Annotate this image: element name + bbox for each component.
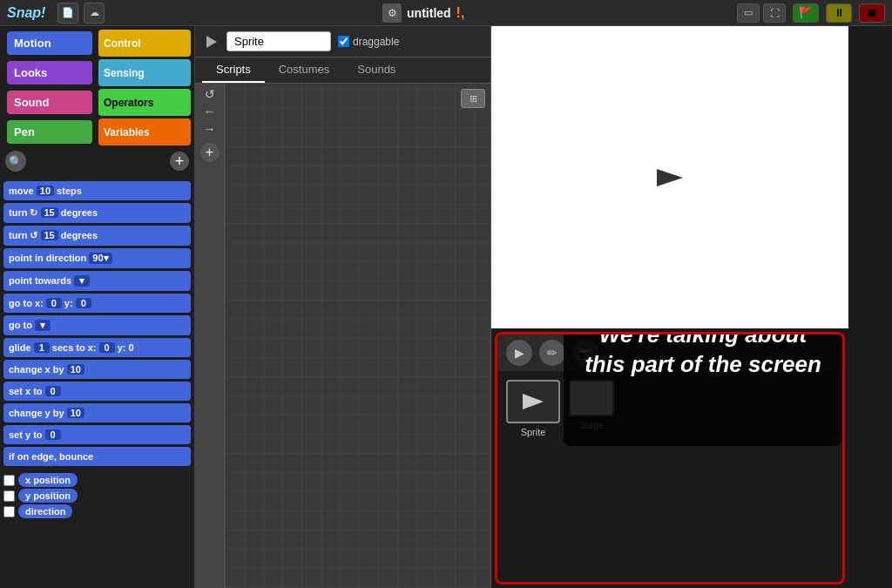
reporter-direction: direction (3, 504, 191, 518)
script-canvas[interactable]: ⊞ (225, 84, 490, 588)
view-controls: ▭ ⛶ (737, 3, 786, 23)
reporter-dir-checkbox[interactable] (3, 506, 15, 517)
category-grid: Motion Control Looks Sensing Sound Opera… (0, 26, 194, 149)
svg-marker-2 (523, 394, 544, 409)
block-set-x[interactable]: set x to 0 (3, 382, 191, 401)
reporter-y-position: y position (3, 489, 191, 503)
script-content-area: ↺ ← → + ⊞ (195, 84, 490, 588)
category-control[interactable]: Control (98, 30, 191, 57)
snap-logo-text: Snap! (7, 5, 45, 21)
annotation-overlay: We're talking about this part of the scr… (564, 335, 842, 446)
add-script-button[interactable]: + (200, 143, 220, 162)
stage-canvas[interactable] (491, 26, 848, 328)
block-go-to-xy[interactable]: go to x: 0 y: 0 (3, 294, 191, 313)
project-title: untitled (407, 6, 451, 20)
tab-sounds[interactable]: Sounds (343, 57, 409, 83)
block-move[interactable]: move 10 steps (3, 181, 191, 200)
refresh-icon[interactable]: ↺ (205, 87, 215, 101)
sprite-arrow-icon (204, 34, 220, 50)
category-operators[interactable]: Operators (98, 89, 191, 116)
sprite-name-input[interactable] (226, 31, 331, 51)
cloud-icon[interactable]: ☁ (84, 3, 105, 24)
sprite-name-label: Sprite (521, 427, 546, 437)
stage-sprite-arrow (652, 165, 687, 191)
sprite-tab-arrow[interactable]: ▶ (506, 340, 532, 366)
block-point-towards[interactable]: point towards ▾ (3, 271, 191, 291)
grid-icon[interactable]: ⊞ (461, 89, 485, 108)
category-motion[interactable]: Motion (7, 31, 92, 55)
block-go-to[interactable]: go to ▾ (3, 315, 191, 335)
category-sensing[interactable]: Sensing (98, 59, 191, 86)
sprite-thumb-arrow (521, 392, 545, 411)
file-icon[interactable]: 📄 (57, 3, 78, 24)
tab-scripts[interactable]: Scripts (202, 57, 265, 83)
draggable-checkbox[interactable] (338, 36, 349, 47)
category-looks[interactable]: Looks (7, 61, 92, 84)
add-block-button[interactable]: + (170, 152, 189, 171)
block-glide[interactable]: glide 1 secs to x: 0 y: 0 (3, 338, 191, 357)
script-toolbar: ⊞ (461, 89, 485, 108)
svg-marker-0 (206, 36, 217, 48)
reporter-x-position: x position (3, 473, 191, 487)
script-left-toolbar: ↺ ← → + (195, 84, 225, 588)
sprite-header: draggable (195, 26, 490, 57)
topbar-file-icons: 📄 ☁ (52, 3, 110, 24)
reporters-section: x position y position direction (3, 473, 191, 518)
search-icon[interactable]: 🔍 (5, 151, 26, 172)
arrow-left-icon[interactable]: ← (204, 105, 216, 118)
tab-costumes[interactable]: Costumes (265, 57, 344, 83)
topbar-center: ⚙ untitled !, (110, 3, 737, 23)
window-view-button[interactable]: ▭ (737, 3, 760, 23)
block-if-edge-bounce[interactable]: if on edge, bounce (3, 447, 191, 466)
green-flag-button[interactable]: 🚩 (793, 3, 819, 23)
notification-icon[interactable]: !, (456, 5, 465, 21)
script-editor: draggable Scripts Costumes Sounds ↺ ← → … (195, 26, 491, 588)
category-pen[interactable]: Pen (7, 120, 92, 144)
stop-button[interactable]: ⏹ (859, 3, 885, 23)
block-turn-cw[interactable]: turn ↻ 15 degrees (3, 203, 191, 223)
settings-icon[interactable]: ⚙ (382, 3, 402, 23)
sprites-list-area: Sprite Stage We're talking about this pa… (497, 371, 842, 446)
control-buttons: 🚩 ⏸ ⏹ (793, 3, 892, 23)
block-point-direction[interactable]: point in direction 90▾ (3, 248, 191, 268)
topbar: Snap! 📄 ☁ ⚙ untitled !, ▭ ⛶ 🚩 ⏸ ⏹ (0, 0, 892, 26)
arrow-right-icon[interactable]: → (204, 122, 216, 136)
block-change-x[interactable]: change x by 10 (3, 360, 191, 379)
block-change-y[interactable]: change y by 10 (3, 403, 191, 422)
sprite-panel: ▶ ✏ 📷 Sprite (495, 332, 845, 585)
sprite-thumbnail (506, 380, 560, 423)
logo: Snap! (0, 5, 52, 21)
reporter-y-checkbox[interactable] (3, 490, 15, 502)
blocks-search-row: 🔍 + (0, 149, 194, 173)
block-turn-ccw[interactable]: turn ↺ 15 degrees (3, 226, 191, 246)
reporter-y-label[interactable]: y position (18, 489, 78, 503)
left-sidebar: Motion Control Looks Sensing Sound Opera… (0, 26, 195, 588)
draggable-label: draggable (338, 36, 399, 48)
category-sound[interactable]: Sound (7, 91, 92, 114)
script-tabs: Scripts Costumes Sounds (195, 57, 490, 84)
annotation-text: We're talking about this part of the scr… (581, 335, 825, 380)
sprite-panel-inner: ▶ ✏ 📷 Sprite (497, 335, 842, 582)
category-variables[interactable]: Variables (98, 118, 191, 145)
reporter-x-label[interactable]: x position (18, 473, 78, 487)
sprite-item-sprite[interactable]: Sprite (506, 380, 560, 437)
main-area: Motion Control Looks Sensing Sound Opera… (0, 26, 892, 588)
draggable-text: draggable (353, 36, 399, 48)
reporter-dir-label[interactable]: direction (18, 504, 72, 518)
svg-marker-1 (657, 169, 683, 186)
fullscreen-button[interactable]: ⛶ (763, 3, 786, 23)
stage-area: ▶ ✏ 📷 Sprite (491, 26, 848, 588)
block-set-y[interactable]: set y to 0 (3, 425, 191, 444)
pause-button[interactable]: ⏸ (826, 3, 852, 23)
sprite-tab-edit[interactable]: ✏ (539, 340, 565, 366)
reporter-x-checkbox[interactable] (3, 475, 15, 486)
blocks-list: move 10 steps turn ↻ 15 degrees turn ↺ 1… (0, 173, 194, 588)
